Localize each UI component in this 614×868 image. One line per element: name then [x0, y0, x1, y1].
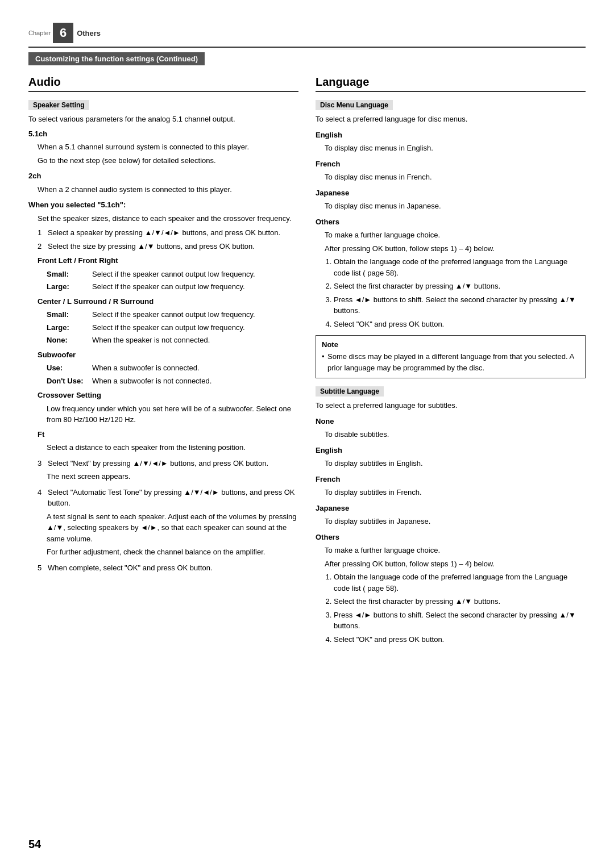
page-number: 54: [28, 838, 41, 851]
subwoofer-rows: Use: When a subwoofer is connected. Don'…: [47, 362, 298, 386]
subtitle-others-after: After pressing OK button, follow steps 1…: [325, 558, 586, 570]
crossover-section: Crossover Setting Low frequency under wh…: [38, 390, 298, 425]
subtitle-others-steps: Obtain the language code of the preferre…: [325, 571, 586, 645]
subtitle-french-title: French: [316, 474, 586, 485]
subtitle-others-title: Others: [316, 532, 586, 543]
disc-step-4: Select "OK" and press OK button.: [334, 319, 586, 330]
subtitle-english-title: English: [316, 445, 586, 456]
disc-english-text: To display disc menus in English.: [325, 143, 586, 154]
disc-japanese-title: Japanese: [316, 187, 586, 199]
speaker-setting-intro: To select various parameters for the ana…: [28, 114, 298, 125]
note-title: Note: [322, 340, 579, 349]
center-surround-section: Center / L Surround / R Surround Small: …: [38, 296, 298, 346]
chapter-label: Chapter: [28, 30, 51, 36]
subtitle-french-text: To display subtitles in French.: [325, 487, 586, 498]
step-1-text: Select a speaker by pressing ▲/▼/◄/► but…: [48, 227, 298, 239]
note-box: Note Some discs may be played in a diffe…: [316, 335, 586, 378]
front-small-label: Small:: [47, 269, 92, 280]
center-surround-title: Center / L Surround / R Surround: [38, 296, 298, 307]
center-large-value: Select if the speaker can output low fre…: [92, 322, 298, 333]
chapter-name: Others: [77, 29, 101, 37]
disc-others-title: Others: [316, 216, 586, 228]
step-4-text: Select "Automatic Test Tone" by pressing…: [48, 487, 298, 509]
step-3-text: Select "Next" by pressing ▲/▼/◄/► button…: [48, 458, 298, 469]
center-surround-rows: Small: Select if the speaker cannot outp…: [47, 309, 298, 346]
disc-menu-intro: To select a preferred language for disc …: [316, 114, 586, 125]
disc-french-text: To display disc menus in French.: [325, 172, 586, 183]
subtitle-intro: To select a preferred language for subti…: [316, 400, 586, 411]
ch2-line: When a 2 channel audio system is connect…: [38, 184, 298, 195]
subtitle-japanese-title: Japanese: [316, 503, 586, 514]
when51-title: When you selected "5.1ch":: [28, 199, 298, 211]
step-5-text: When complete, select "OK" and press OK …: [48, 562, 298, 574]
center-small-row: Small: Select if the speaker cannot outp…: [47, 309, 298, 320]
step-1: 1 Select a speaker by pressing ▲/▼/◄/► b…: [38, 227, 298, 239]
ch51-line1: When a 5.1 channel surround system is co…: [38, 141, 298, 153]
center-none-label: None:: [47, 335, 92, 346]
subtitle-others-text: To make a further language choice.: [325, 545, 586, 556]
disc-english-title: English: [316, 130, 586, 141]
chapter-number: 6: [53, 23, 73, 43]
front-small-value: Select if the speaker cannot output low …: [92, 269, 298, 280]
disc-menu-label: Disc Menu Language: [316, 100, 393, 110]
center-small-label: Small:: [47, 309, 92, 320]
note-item-1: Some discs may be played in a different …: [322, 351, 579, 373]
disc-step-2: Select the first character by pressing ▲…: [334, 281, 586, 292]
step-4: 4 Select "Automatic Test Tone" by pressi…: [38, 487, 298, 509]
disc-others-steps: Obtain the language code of the preferre…: [325, 256, 586, 329]
chapter-divider: [28, 47, 586, 48]
disc-step-3: Press ◄/► buttons to shift. Select the s…: [334, 294, 586, 316]
ch51-line2: Go to the next step (see below) for deta…: [38, 155, 298, 166]
disc-japanese-text: To display disc menus in Japanese.: [325, 201, 586, 212]
language-column: Language Disc Menu Language To select a …: [316, 76, 586, 650]
front-lr-title: Front Left / Front Right: [38, 255, 298, 266]
disc-menu-section: Disc Menu Language To select a preferred…: [316, 100, 586, 329]
subtitle-japanese-text: To display subtitles in Japanese.: [325, 516, 586, 527]
subtitle-step-3: Press ◄/► buttons to shift. Select the s…: [334, 610, 586, 632]
center-none-value: When the speaker is not connected.: [92, 335, 298, 346]
crossover-title: Crossover Setting: [38, 390, 298, 401]
two-col-layout: Audio Speaker Setting To select various …: [28, 76, 586, 650]
audio-title: Audio: [28, 76, 298, 92]
when51-intro: Set the speaker sizes, distance to each …: [38, 213, 298, 224]
center-small-value: Select if the speaker cannot output low …: [92, 309, 298, 320]
subtitle-step-1: Obtain the language code of the preferre…: [334, 571, 586, 594]
step-4-note: A test signal is sent to each speaker. A…: [47, 511, 298, 545]
speaker-setting-label: Speaker Setting: [28, 100, 89, 110]
center-none-row: None: When the speaker is not connected.: [47, 335, 298, 346]
subtitle-language-section: Subtitle Language To select a preferred …: [316, 386, 586, 645]
subtitle-none-text: To disable subtitles.: [325, 429, 586, 440]
step-3: 3 Select "Next" by pressing ▲/▼/◄/► butt…: [38, 458, 298, 469]
sub-use-row: Use: When a subwoofer is connected.: [47, 362, 298, 374]
sub-dontuse-row: Don't Use: When a subwoofer is not conne…: [47, 375, 298, 387]
disc-step-1: Obtain the language code of the preferre…: [334, 256, 586, 278]
front-small-row: Small: Select if the speaker cannot outp…: [47, 269, 298, 280]
crossover-text: Low frequency under which you set here w…: [47, 403, 298, 425]
subtitle-none-title: None: [316, 416, 586, 427]
ft-text: Select a distance to each speaker from t…: [47, 442, 298, 453]
sub-use-label: Use:: [47, 362, 92, 374]
step-2: 2 Select the size by pressing ▲/▼ button…: [38, 241, 298, 252]
step-5: 5 When complete, select "OK" and press O…: [38, 562, 298, 574]
front-lr-rows: Small: Select if the speaker cannot outp…: [47, 269, 298, 293]
sub-dontuse-label: Don't Use:: [47, 375, 92, 387]
subwoofer-section: Subwoofer Use: When a subwoofer is conne…: [38, 349, 298, 387]
step-3-block: 3 Select "Next" by pressing ▲/▼/◄/► butt…: [38, 458, 298, 574]
subtitle-english-text: To display subtitles in English.: [325, 458, 586, 469]
front-lr-section: Front Left / Front Right Small: Select i…: [38, 255, 298, 293]
ch51-title: 5.1ch: [28, 128, 298, 140]
subwoofer-title: Subwoofer: [38, 349, 298, 361]
subtitle-step-2: Select the first character by pressing ▲…: [334, 596, 586, 607]
center-large-row: Large: Select if the speaker can output …: [47, 322, 298, 333]
chapter-header: Chapter 6 Others: [28, 23, 586, 43]
ft-section: Ft Select a distance to each speaker fro…: [38, 429, 298, 453]
audio-column: Audio Speaker Setting To select various …: [28, 76, 298, 577]
step-4-note2: For further adjustment, check the channe…: [47, 546, 298, 558]
ch2-title: 2ch: [28, 170, 298, 182]
disc-others-text: To make a further language choice.: [325, 229, 586, 241]
sub-use-value: When a subwoofer is connected.: [92, 362, 298, 374]
subtitle-language-label: Subtitle Language: [316, 386, 384, 397]
sub-dontuse-value: When a subwoofer is not connected.: [92, 375, 298, 387]
steps-1-2: 1 Select a speaker by pressing ▲/▼/◄/► b…: [38, 227, 298, 252]
language-title: Language: [316, 76, 586, 92]
